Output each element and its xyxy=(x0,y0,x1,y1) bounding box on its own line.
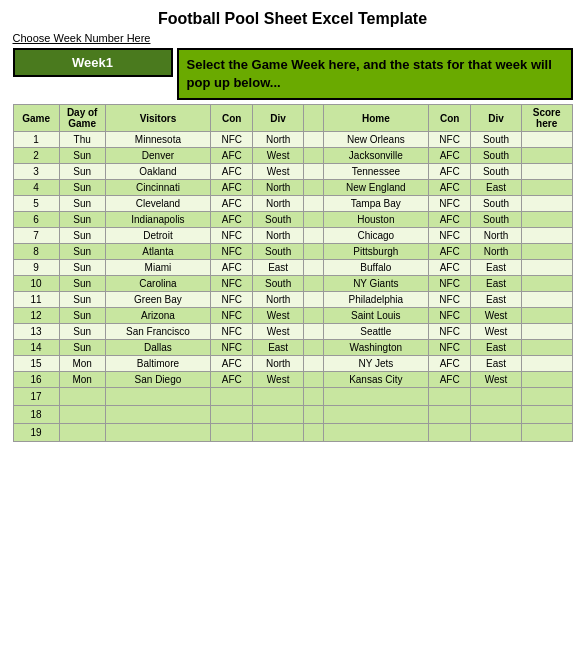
cell-hconf xyxy=(429,388,471,406)
cell-spacer xyxy=(303,388,323,406)
cell-score xyxy=(521,180,572,196)
cell-hconf: NFC xyxy=(429,132,471,148)
week-box[interactable]: Week1 xyxy=(13,48,173,77)
cell-hconf xyxy=(429,424,471,442)
header-vconf: Con xyxy=(211,105,253,132)
cell-hconf: AFC xyxy=(429,148,471,164)
table-row: 7 Sun Detroit NFC North Chicago NFC Nort… xyxy=(13,228,572,244)
table-row: 1 Thu Minnesota NFC North New Orleans NF… xyxy=(13,132,572,148)
cell-hconf: NFC xyxy=(429,292,471,308)
cell-hdiv: East xyxy=(471,260,522,276)
cell-visitor: Dallas xyxy=(105,340,210,356)
cell-vconf: NFC xyxy=(211,340,253,356)
cell-spacer xyxy=(303,196,323,212)
cell-score xyxy=(521,388,572,406)
table-row: 13 Sun San Francisco NFC West Seattle NF… xyxy=(13,324,572,340)
cell-vdiv: West xyxy=(253,308,304,324)
cell-hdiv: North xyxy=(471,228,522,244)
cell-home: NY Jets xyxy=(323,356,428,372)
cell-vdiv: East xyxy=(253,260,304,276)
page-title: Football Pool Sheet Excel Template xyxy=(13,10,573,28)
header-hdiv: Div xyxy=(471,105,522,132)
cell-vconf: NFC xyxy=(211,324,253,340)
cell-home xyxy=(323,388,428,406)
cell-hdiv: East xyxy=(471,292,522,308)
cell-hconf: NFC xyxy=(429,324,471,340)
cell-game: 6 xyxy=(13,212,59,228)
cell-home xyxy=(323,406,428,424)
cell-spacer xyxy=(303,244,323,260)
cell-day xyxy=(59,406,105,424)
header-game: Game xyxy=(13,105,59,132)
cell-hconf: NFC xyxy=(429,196,471,212)
cell-vconf: AFC xyxy=(211,372,253,388)
cell-game: 8 xyxy=(13,244,59,260)
cell-game: 10 xyxy=(13,276,59,292)
header-vdiv: Div xyxy=(253,105,304,132)
cell-vdiv: North xyxy=(253,356,304,372)
cell-visitor: Minnesota xyxy=(105,132,210,148)
cell-home: Philadelphia xyxy=(323,292,428,308)
cell-score xyxy=(521,132,572,148)
cell-home: Jacksonville xyxy=(323,148,428,164)
table-row: 19 xyxy=(13,424,572,442)
cell-game: 13 xyxy=(13,324,59,340)
cell-spacer xyxy=(303,180,323,196)
cell-visitor: Carolina xyxy=(105,276,210,292)
cell-score xyxy=(521,406,572,424)
cell-day: Thu xyxy=(59,132,105,148)
cell-visitor xyxy=(105,406,210,424)
cell-hconf: AFC xyxy=(429,164,471,180)
table-row: 2 Sun Denver AFC West Jacksonville AFC S… xyxy=(13,148,572,164)
cell-hdiv: South xyxy=(471,212,522,228)
tooltip-box: Select the Game Week here, and the stats… xyxy=(177,48,573,100)
cell-home: Chicago xyxy=(323,228,428,244)
table-row: 3 Sun Oakland AFC West Tennessee AFC Sou… xyxy=(13,164,572,180)
cell-day: Sun xyxy=(59,164,105,180)
table-row: 15 Mon Baltimore AFC North NY Jets AFC E… xyxy=(13,356,572,372)
cell-visitor: Indianapolis xyxy=(105,212,210,228)
cell-visitor: San Francisco xyxy=(105,324,210,340)
cell-spacer xyxy=(303,148,323,164)
cell-hconf: NFC xyxy=(429,340,471,356)
cell-vconf: NFC xyxy=(211,276,253,292)
cell-vdiv: North xyxy=(253,196,304,212)
cell-game: 5 xyxy=(13,196,59,212)
table-row: 17 xyxy=(13,388,572,406)
main-container: Football Pool Sheet Excel Template Choos… xyxy=(13,10,573,442)
cell-vdiv xyxy=(253,406,304,424)
cell-home: Seattle xyxy=(323,324,428,340)
cell-score xyxy=(521,212,572,228)
cell-score xyxy=(521,228,572,244)
cell-score xyxy=(521,424,572,442)
cell-spacer xyxy=(303,356,323,372)
cell-game: 9 xyxy=(13,260,59,276)
cell-visitor: Detroit xyxy=(105,228,210,244)
cell-visitor xyxy=(105,424,210,442)
cell-score xyxy=(521,196,572,212)
cell-vconf: NFC xyxy=(211,132,253,148)
cell-hconf: NFC xyxy=(429,228,471,244)
cell-hconf: AFC xyxy=(429,372,471,388)
cell-vconf: AFC xyxy=(211,196,253,212)
cell-vdiv: South xyxy=(253,212,304,228)
cell-hconf: AFC xyxy=(429,260,471,276)
header-home: Home xyxy=(323,105,428,132)
table-row: 18 xyxy=(13,406,572,424)
cell-day: Mon xyxy=(59,372,105,388)
cell-hconf xyxy=(429,406,471,424)
cell-vdiv: North xyxy=(253,180,304,196)
cell-vdiv: West xyxy=(253,372,304,388)
cell-spacer xyxy=(303,164,323,180)
cell-vconf: NFC xyxy=(211,228,253,244)
cell-spacer xyxy=(303,372,323,388)
cell-hdiv: South xyxy=(471,148,522,164)
cell-day xyxy=(59,388,105,406)
table-row: 4 Sun Cincinnati AFC North New England A… xyxy=(13,180,572,196)
cell-score xyxy=(521,308,572,324)
cell-spacer xyxy=(303,276,323,292)
cell-hdiv: South xyxy=(471,164,522,180)
pool-table: Game Day of Game Visitors Con Div Home C… xyxy=(13,104,573,442)
cell-hdiv: West xyxy=(471,324,522,340)
cell-game: 16 xyxy=(13,372,59,388)
